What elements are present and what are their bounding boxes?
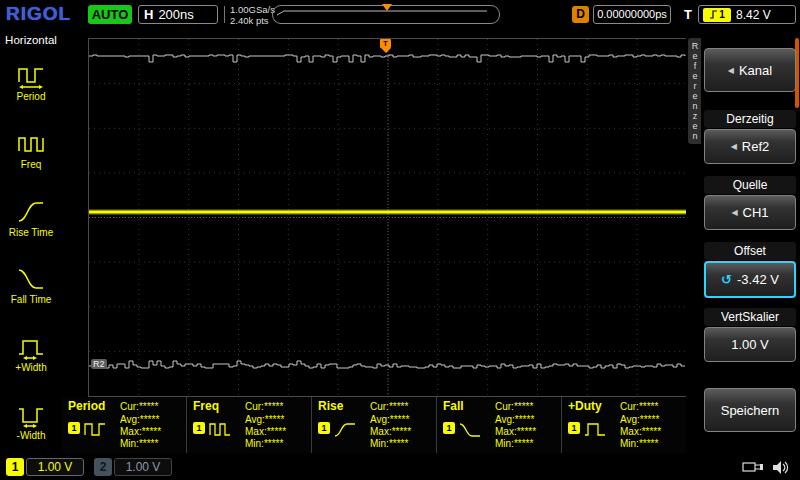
measurement-bar: Period Cur:***** 1 Avg:***** Max:***** M… [62,397,686,453]
sidebar-item-fall-time[interactable]: Fall Time [0,251,62,319]
graticule-display: T R2 [88,38,688,397]
trigger-status-group[interactable]: 1 8.42 V [698,5,796,24]
offset-label: Offset [704,242,796,260]
delay-value[interactable]: 0.00000000ps [593,5,671,24]
freq-icon [16,130,46,158]
channel-badge: 1 [68,422,80,434]
trigger-position-indicator-icon [382,4,392,11]
speaker-icon[interactable] [772,460,790,475]
period-meas-icon [83,420,107,440]
trigger-arrow-icon [381,48,391,53]
measurement-panel-period[interactable]: Period Cur:***** 1 Avg:***** Max:***** M… [62,397,186,453]
sidebar-item-period[interactable]: Period [0,48,62,116]
rising-edge-icon [709,9,718,20]
timebase-value: 200ns [158,7,193,22]
oscilloscope-ui: RIGOL AUTO H 200ns 1.00GSa/s 2.40k pts D… [0,0,800,480]
ref2-position-marker[interactable]: R2 [91,359,107,369]
measurement-max: Max:***** [245,426,307,438]
measurement-panel-fall[interactable]: Fall Cur:***** 1 Avg:***** Max:***** Min… [436,397,561,453]
trigger-level-value: 8.42 V [736,8,771,22]
softkey-menu: Referenzen ◀ Kanal Derzeitig ◀ Ref2 Quel… [686,30,800,455]
derzeitig-label: Derzeitig [704,110,796,128]
channel-badge: 1 [443,422,455,434]
measurement-cur: Cur:***** [245,401,307,412]
sidebar-item-plus-width[interactable]: +Width [0,319,62,387]
channel-status-bar: 1 1.00 V 2 1.00 V [0,455,800,480]
sidebar-title: Horizontal [0,30,62,48]
rigol-logo: RIGOL [6,3,71,25]
measurement-min: Min:***** [370,438,432,450]
sidebar-item-minus-width[interactable]: -Width [0,387,62,455]
channel-badge: 1 [193,422,205,434]
horizontal-label: H [139,7,158,22]
vertscale-label: VertSkalier [704,308,796,326]
multifunction-knob-icon: ↺ [721,272,732,287]
rise-meas-icon [333,420,357,440]
sidebar-item-rise-time[interactable]: Rise Time [0,184,62,252]
trigger-label: T [684,7,692,22]
quelle-label: Quelle [704,176,796,194]
derzeitig-value-button[interactable]: ◀ Ref2 [704,129,796,164]
channel2-scale: 1.00 V [114,458,172,476]
period-icon [16,62,46,90]
rise-time-icon [16,198,46,226]
plus-width-icon [16,333,46,361]
trigger-position-marker[interactable]: T [380,39,391,53]
left-arrow-icon: ◀ [731,142,737,151]
measurement-cur: Cur:***** [495,401,557,412]
channel1-badge: 1 [6,458,24,476]
measurement-max: Max:***** [120,426,182,438]
minus-width-icon [16,401,46,429]
channel2-badge: 2 [94,458,112,476]
fall-meas-icon [458,420,482,440]
duty-meas-icon [583,420,607,440]
timebase-group[interactable]: H 200ns [138,5,218,24]
measurement-avg: Avg:***** [370,414,432,426]
measurement-title: Freq [193,399,219,413]
run-state-badge[interactable]: AUTO [88,5,132,24]
quelle-value-button[interactable]: ◀ CH1 [704,195,796,230]
freq-meas-icon [208,420,232,440]
sidebar-item-freq[interactable]: Freq [0,116,62,184]
speichern-button[interactable]: Speichern [704,388,796,432]
measurement-title: Rise [318,399,343,413]
channel1-chip[interactable]: 1 1.00 V [6,458,84,476]
measurement-title: +Duty [568,399,602,413]
top-status-bar: RIGOL AUTO H 200ns 1.00GSa/s 2.40k pts D… [0,0,800,30]
channel1-scale: 1.00 V [26,458,84,476]
measurement-max: Max:***** [620,426,682,438]
menu-tab-referenzen[interactable]: Referenzen [688,38,701,144]
fall-time-icon [16,265,46,293]
measurement-min: Min:***** [495,438,557,450]
measurement-min: Min:***** [120,438,182,450]
measurement-title: Period [68,399,105,413]
measurement-min: Min:***** [620,438,682,450]
measurement-title: Fall [443,399,464,413]
measurement-cur: Cur:***** [620,401,682,412]
topbar-divider [224,6,225,23]
measurement-cur: Cur:***** [120,401,182,412]
channel2-chip[interactable]: 2 1.00 V [94,458,172,476]
measurement-avg: Avg:***** [620,414,682,426]
usb-icon [742,460,764,474]
trigger-source-badge: 1 [703,8,731,22]
measure-sidebar: Horizontal Period Freq Rise Time [0,30,62,455]
measurement-cur: Cur:***** [370,401,432,412]
measurement-panel-freq[interactable]: Freq Cur:***** 1 Avg:***** Max:***** Min… [186,397,311,453]
measurement-max: Max:***** [370,426,432,438]
left-arrow-icon: ◀ [728,66,734,75]
measurement-panel-rise[interactable]: Rise Cur:***** 1 Avg:***** Max:***** Min… [311,397,436,453]
measurement-max: Max:***** [495,426,557,438]
measurement-avg: Avg:***** [120,414,182,426]
left-arrow-icon: ◀ [731,208,737,217]
channel-badge: 1 [318,422,330,434]
measurement-avg: Avg:***** [245,414,307,426]
waveform-canvas [89,39,687,396]
delay-badge: D [572,6,589,23]
measurement-panel-duty[interactable]: +Duty Cur:***** 1 Avg:***** Max:***** Mi… [561,397,686,453]
vertscale-value-button[interactable]: 1.00 V [704,327,796,362]
measurement-avg: Avg:***** [495,414,557,426]
kanal-button[interactable]: ◀ Kanal [704,48,796,92]
offset-value-button[interactable]: ↺ -3.42 V [704,261,796,298]
channel-badge: 1 [568,422,580,434]
